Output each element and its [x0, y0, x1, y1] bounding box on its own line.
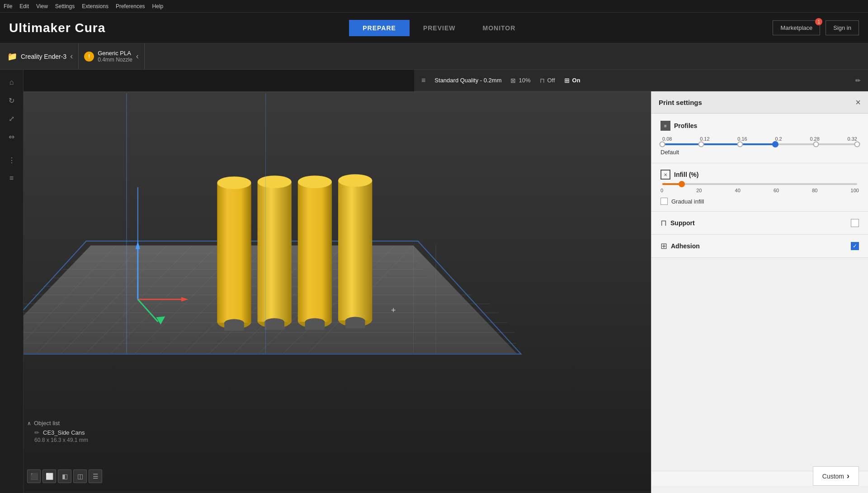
slider-dot-012[interactable]	[698, 142, 704, 147]
tick-020: 0.2	[775, 136, 782, 142]
nav-monitor[interactable]: MONITOR	[469, 20, 529, 36]
svg-rect-36	[224, 322, 244, 331]
machine-arrow[interactable]: ‹	[70, 52, 73, 61]
marketplace-button[interactable]: Marketplace 1	[773, 20, 820, 35]
folder-icon: 📁	[7, 52, 17, 62]
support-section: ⊓ Support	[651, 212, 868, 235]
edit-icon[interactable]: ✏	[855, 77, 861, 84]
menu-view[interactable]: View	[36, 3, 48, 9]
custom-label: Custom	[822, 473, 844, 480]
menu-help[interactable]: Help	[152, 3, 164, 9]
slider-dot-028[interactable]	[813, 142, 819, 147]
tick-60: 60	[774, 188, 779, 193]
svg-rect-46	[305, 321, 325, 330]
profiles-header: ≡ Profiles	[660, 121, 859, 131]
material-arrow[interactable]: ‹	[136, 52, 139, 61]
print-settings-panel: Print settings × ≡ Profiles 0.08 0.12 0.…	[651, 91, 868, 493]
menu-file[interactable]: File	[4, 3, 12, 9]
tick-012: 0.12	[700, 136, 709, 142]
viewport: +	[24, 91, 651, 493]
tool-home[interactable]: ⌂	[4, 74, 20, 90]
custom-arrow: ›	[847, 471, 849, 481]
adhesion-indicator: ⊞ On	[564, 77, 580, 84]
tool-scale[interactable]: ⤢	[4, 110, 20, 127]
svg-text:+: +	[391, 306, 396, 315]
adhesion-section: ⊞ Adhesion ✓	[651, 235, 868, 258]
slider-dot-020[interactable]	[772, 141, 778, 147]
support-indicator: ⊓ Off	[540, 77, 555, 84]
signin-button[interactable]: Sign in	[826, 20, 859, 35]
print-settings-close[interactable]: ×	[855, 98, 861, 107]
profiles-icon: ≡	[660, 121, 670, 131]
warning-icon: !	[84, 52, 94, 62]
infill-icon: ✕	[660, 170, 670, 180]
marketplace-badge: 1	[815, 18, 822, 25]
nav-prepare[interactable]: PREPARE	[349, 20, 410, 36]
infill-label: Infill (%)	[674, 171, 698, 178]
slider-dot-016[interactable]	[737, 142, 743, 147]
tick-016: 0.16	[737, 136, 747, 142]
infill-header: ✕ Infill (%)	[660, 170, 859, 180]
infill-ticks-row: 0 20 40 60 80 100	[660, 188, 859, 193]
view-settings3[interactable]: ☰	[89, 469, 102, 483]
svg-rect-43	[298, 182, 332, 322]
tick-008: 0.08	[662, 136, 672, 142]
object-list-header[interactable]: ∧ Object list	[27, 420, 88, 427]
adhesion-left: ⊞ Adhesion	[660, 241, 700, 251]
svg-point-34	[217, 176, 251, 189]
menu-settings[interactable]: Settings	[55, 3, 75, 9]
object-list-item[interactable]: ✏ CE3_Side Cans	[34, 429, 88, 436]
tool-layers[interactable]: ≡	[4, 170, 20, 186]
adhesion-label: Adhesion	[671, 242, 700, 250]
infill-slider[interactable]	[662, 183, 857, 185]
support-icon: ⊓	[540, 77, 545, 84]
tool-mirror[interactable]: ⇔	[4, 128, 20, 145]
menu-preferences[interactable]: Preferences	[116, 3, 145, 9]
slider-dot-008[interactable]	[660, 142, 665, 147]
obj-item-name: CE3_Side Cans	[43, 429, 85, 436]
model-can-3	[298, 175, 332, 330]
tool-settings2[interactable]: ⋮	[4, 152, 20, 168]
model-can-2	[258, 175, 292, 330]
nav-preview[interactable]: PREVIEW	[410, 20, 469, 36]
nozzle-size: 0.4mm Nozzle	[98, 57, 132, 63]
svg-point-49	[338, 174, 372, 187]
menu-edit[interactable]: Edit	[19, 3, 29, 9]
gradual-infill-row: Gradual infill	[660, 198, 859, 205]
tick-0: 0	[660, 188, 663, 193]
quality-bar: ≡ Standard Quality - 0.2mm ⊠ 10% ⊓ Off ⊞…	[414, 70, 868, 91]
adhesion-checkbox[interactable]: ✓	[851, 242, 859, 250]
view-solid[interactable]: ⬛	[27, 469, 41, 483]
tick-40: 40	[735, 188, 741, 193]
logo-light: Ultimaker	[9, 21, 75, 35]
tick-80: 80	[812, 188, 817, 193]
custom-button[interactable]: Custom ›	[813, 466, 859, 486]
gradual-infill-checkbox[interactable]	[660, 198, 668, 205]
print-settings-title: Print settings	[659, 99, 702, 106]
model-can-1	[217, 176, 251, 331]
header-right: Marketplace 1 Sign in	[773, 20, 859, 35]
svg-point-44	[298, 175, 332, 188]
tick-20: 20	[696, 188, 702, 193]
view-wireframe[interactable]: ⬜	[42, 469, 56, 483]
material-info: Generic PLA 0.4mm Nozzle	[98, 50, 132, 63]
tick-028: 0.28	[810, 136, 819, 142]
support-label: Support	[670, 219, 695, 227]
tool-rotate[interactable]: ↻	[4, 92, 20, 109]
support-value: Off	[547, 77, 555, 84]
menu-extensions[interactable]: Extensions	[82, 3, 108, 9]
infill-thumb[interactable]	[679, 181, 685, 187]
profiles-slider[interactable]	[662, 143, 857, 145]
slider-dot-032[interactable]	[854, 142, 860, 147]
material-name: Generic PLA	[98, 50, 132, 57]
support-checkbox[interactable]	[851, 219, 859, 227]
support-left: ⊓ Support	[660, 218, 695, 228]
view-xray[interactable]: ◧	[58, 469, 71, 483]
machine-name: Creality Ender-3	[21, 53, 66, 60]
gradual-infill-label: Gradual infill	[671, 198, 704, 205]
obj-header-label: Object list	[34, 420, 60, 427]
tick-100: 100	[851, 188, 859, 193]
support-icon: ⊓	[660, 218, 667, 228]
model-can-4	[338, 174, 372, 328]
view-layers[interactable]: ◫	[73, 469, 87, 483]
